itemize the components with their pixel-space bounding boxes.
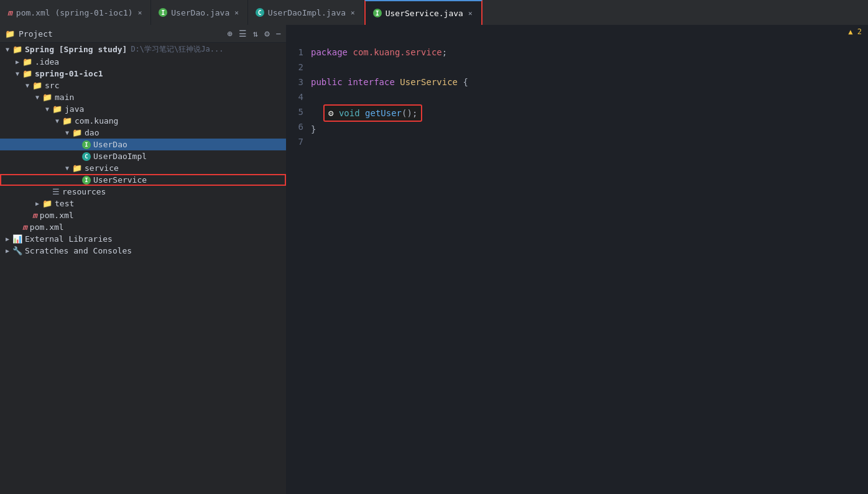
- tree-item-comkuang[interactable]: ▼ 📁 com.kuang: [0, 115, 286, 127]
- scratches-label: Scratches and Consoles: [25, 246, 132, 255]
- tree-item-service[interactable]: ▼ 📁 service: [0, 162, 286, 174]
- globe-icon[interactable]: ⊕: [227, 29, 232, 39]
- userdao-interface-badge: I: [82, 140, 91, 149]
- tree-item-java[interactable]: ▼ 📁 java: [0, 103, 286, 115]
- chevron-right-icon: ▶: [12, 58, 22, 65]
- sidebar-title: Project: [19, 29, 53, 39]
- highlighted-code-line: ⚙ void getUser();: [323, 104, 422, 122]
- chevron-down-icon-6: ▼: [52, 117, 62, 124]
- list-icon[interactable]: ☰: [239, 29, 247, 39]
- tree-item-src[interactable]: ▼ 📁 src: [0, 80, 286, 91]
- tree-item-scratches[interactable]: ▶ 🔧 Scratches and Consoles: [0, 245, 286, 257]
- interface-active-icon: I: [373, 9, 382, 17]
- spring01-folder-icon: 📁: [22, 69, 32, 78]
- keyword-interface: interface: [348, 75, 395, 89]
- userservice-interface-badge: I: [82, 176, 91, 185]
- comkuang-label: com.kuang: [75, 116, 118, 126]
- tree-item-pom-outer[interactable]: m pom.xml: [0, 221, 286, 233]
- dao-label: dao: [85, 128, 99, 137]
- tab-userservice-close[interactable]: ✕: [467, 9, 474, 18]
- tree-item-test[interactable]: ▶ 📁 test: [0, 198, 286, 209]
- sidebar: 📁 Project ⊕ ☰ ⇅ ⚙ − ▼ 📁 Spring [Spring s…: [0, 25, 286, 494]
- userdaoimpl-label: UserDaoImpl: [93, 152, 147, 161]
- spring-root-path: D:\学习笔记\狂神说Ja...: [131, 44, 223, 55]
- interface-icon: I: [159, 8, 167, 17]
- src-label: src: [45, 81, 59, 90]
- root-folder-icon: 📁: [12, 45, 22, 54]
- main-label: main: [55, 93, 74, 102]
- tree-item-userservice[interactable]: I UserService: [0, 174, 286, 186]
- tab-pom[interactable]: m pom.xml (spring-01-ioc1) ✕: [0, 0, 151, 25]
- resources-icon: ☰: [52, 187, 60, 196]
- chevron-down-icon-5: ▼: [42, 106, 52, 112]
- code-area[interactable]: 1 2 3 4 5 6 7 package com.kuang.service;…: [286, 39, 868, 494]
- chevron-down-icon-8: ▼: [62, 165, 72, 172]
- tab-userdao[interactable]: I UserDao.java ✕: [151, 0, 248, 25]
- idea-folder-icon: 📁: [22, 57, 32, 66]
- sidebar-header: 📁 Project ⊕ ☰ ⇅ ⚙ −: [0, 25, 286, 43]
- code-content[interactable]: package com.kuang.service; public interf…: [311, 45, 868, 488]
- minimize-icon[interactable]: −: [276, 29, 281, 39]
- chevron-down-icon-7: ▼: [62, 129, 72, 136]
- tab-userdao-label: UserDao.java: [171, 8, 229, 17]
- tree-item-userdaoimpl[interactable]: C UserDaoImpl: [0, 150, 286, 162]
- resources-label: resources: [62, 187, 106, 196]
- tab-userdao-close[interactable]: ✕: [233, 8, 240, 17]
- method-name: getUser: [365, 108, 402, 118]
- code-line-2: [311, 60, 868, 75]
- chevron-right-icon-2: ▶: [32, 200, 42, 207]
- spring01-label: spring-01-ioc1: [35, 69, 103, 78]
- userdao-label: UserDao: [93, 140, 127, 149]
- tab-userservice[interactable]: I UserService.java ✕: [364, 0, 482, 25]
- tree-item-dao[interactable]: ▼ 📁 dao: [0, 127, 286, 139]
- tab-pom-close[interactable]: ✕: [137, 8, 144, 17]
- main-area: 📁 Project ⊕ ☰ ⇅ ⚙ − ▼ 📁 Spring [Spring s…: [0, 25, 868, 494]
- pom-inner-icon: m: [32, 211, 37, 220]
- tree-item-spring01ioc1[interactable]: ▼ 📁 spring-01-ioc1: [0, 68, 286, 80]
- tree-item-main[interactable]: ▼ 📁 main: [0, 91, 286, 103]
- java-label: java: [65, 104, 84, 114]
- spring-root-label: Spring [Spring study]: [25, 45, 127, 54]
- editor-area: ▲ 2 1 2 3 4 5 6 7 package com.kuang.serv…: [286, 25, 868, 494]
- tree-item-idea[interactable]: ▶ 📁 .idea: [0, 56, 286, 68]
- pom-outer-label: pom.xml: [30, 222, 64, 232]
- tab-userdaoimpl-label: UserDaoImpl.java: [268, 8, 346, 17]
- ext-libs-label: External Libraries: [25, 234, 113, 244]
- main-folder-icon: 📁: [42, 93, 52, 102]
- tab-userdaoimpl-close[interactable]: ✕: [349, 8, 356, 17]
- comkuang-folder-icon: 📁: [62, 116, 72, 126]
- gear-icon[interactable]: ⚙: [264, 29, 269, 39]
- tree-item-pom-inner[interactable]: m pom.xml: [0, 209, 286, 221]
- service-label: service: [85, 163, 119, 173]
- chevron-down-icon-4: ▼: [32, 94, 42, 101]
- chevron-right-icon-3: ▶: [2, 236, 12, 242]
- keyword-package: package: [311, 45, 348, 60]
- split-icon[interactable]: ⇅: [253, 29, 258, 39]
- keyword-void: void: [339, 108, 360, 118]
- maven-icon: m: [7, 8, 12, 17]
- tree-item-spring-root[interactable]: ▼ 📁 Spring [Spring study] D:\学习笔记\狂神说Ja.…: [0, 43, 286, 56]
- test-folder-icon: 📁: [42, 199, 52, 208]
- tree-item-resources[interactable]: ☰ resources: [0, 186, 286, 198]
- editor-top-bar: ▲ 2: [286, 25, 868, 39]
- chevron-down-icon-3: ▼: [22, 82, 32, 89]
- service-folder-icon: 📁: [72, 163, 82, 173]
- code-line-5: ⚙ void getUser();: [311, 104, 868, 122]
- package-name: com.kuang.service: [353, 45, 441, 60]
- project-tree: ▼ 📁 Spring [Spring study] D:\学习笔记\狂神说Ja.…: [0, 43, 286, 257]
- pom-inner-label: pom.xml: [40, 211, 74, 220]
- code-line-3: public interface UserService {: [311, 75, 868, 89]
- tab-userservice-label: UserService.java: [386, 9, 463, 18]
- keyword-public: public: [311, 75, 343, 89]
- test-label: test: [55, 199, 74, 208]
- tab-userdaoimpl[interactable]: C UserDaoImpl.java ✕: [248, 0, 364, 25]
- code-line-7: [311, 137, 868, 152]
- class-name: UserService: [400, 75, 458, 89]
- tree-item-userdao[interactable]: I UserDao: [0, 139, 286, 150]
- code-line-1: package com.kuang.service;: [311, 45, 868, 60]
- tab-bar: m pom.xml (spring-01-ioc1) ✕ I UserDao.j…: [0, 0, 868, 25]
- chevron-right-icon-4: ▶: [2, 247, 12, 254]
- code-line-4: [311, 89, 868, 104]
- tree-item-external-libs[interactable]: ▶ 📊 External Libraries: [0, 233, 286, 245]
- java-folder-icon: 📁: [52, 104, 62, 114]
